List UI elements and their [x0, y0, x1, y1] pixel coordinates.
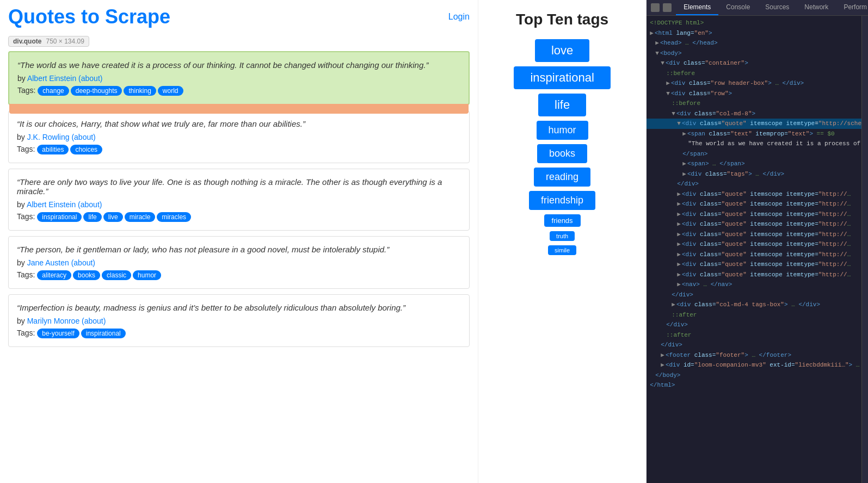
tree-div-close-3: </div> [647, 320, 861, 330]
tag-badge-inspirational[interactable]: inspirational [81, 329, 126, 338]
center-panel: Top Ten tags loveinspirationallifehumorb… [478, 0, 647, 483]
tree-div-quote-7[interactable]: ▶<div class="quote" itemscope itemtype="… [647, 239, 861, 250]
tag-badge-classic[interactable]: classic [102, 270, 131, 280]
quote-about-link-3[interactable]: (about) [71, 258, 95, 267]
quote-tags-line-1: Tags: abilitieschoices [17, 145, 461, 154]
tag-badge-life[interactable]: life [83, 212, 101, 222]
tab-network[interactable]: Network [797, 0, 836, 15]
tree-div-quote-10[interactable]: ▶<div class="quote" itemscope itemtype="… [647, 270, 861, 280]
tag-cloud-item-truth[interactable]: truth [550, 231, 575, 241]
tab-sources[interactable]: Sources [758, 0, 797, 15]
tag-cloud-item-friends[interactable]: friends [544, 214, 581, 227]
tree-body-open[interactable]: ▼<body> [647, 48, 861, 59]
tree-div-quote-3[interactable]: ▶<div class="quote" itemscope itemtype="… [647, 199, 861, 209]
tag-badge-choices[interactable]: choices [70, 145, 102, 154]
tree-div-row-header[interactable]: ▶<div class="row header-box"> … </div> [647, 78, 861, 89]
quote-tags-line-3: Tags: aliteracybooksclassichumor [17, 270, 461, 280]
devtools-icon-inspect[interactable] [651, 3, 660, 12]
tag-badge-miracle[interactable]: miracle [125, 212, 156, 222]
tree-div-loom[interactable]: ▶<div id="loom-companion-mv3" ext-id="li… [647, 360, 861, 370]
tree-div-col-md-4[interactable]: ▶<div class="col-md-4 tags-box"> … </div… [647, 300, 861, 310]
devtools-icons-bar [647, 0, 676, 15]
tag-cloud-item-love[interactable]: love [535, 39, 589, 62]
tag-badge-be-yourself[interactable]: be-yourself [37, 329, 79, 338]
tree-span-text[interactable]: ▶<span class="text" itemprop="text"> == … [647, 129, 861, 139]
devtools-tabs: Elements Console Sources Network Perform [647, 0, 868, 16]
quote-text-0: “The world as we have created it is a pr… [17, 60, 460, 70]
devtools-tree[interactable]: <!DOCTYPE html> ▶<html lang="en"> ▶<head… [647, 16, 861, 483]
tag-cloud-item-humor[interactable]: humor [537, 121, 588, 140]
devtools-panel: Elements Console Sources Network Perform… [647, 0, 868, 483]
tree-head[interactable]: ▶<head> … </head> [647, 38, 861, 48]
quote-card-0: “The world as we have created it is a pr… [8, 51, 470, 105]
quote-about-link-2[interactable]: (about) [78, 200, 102, 209]
tree-after-2: ::after [647, 330, 861, 340]
tree-div-tags[interactable]: ▶<div class="tags"> … </div> [647, 169, 861, 179]
tree-before-1: ::before [647, 69, 861, 79]
tree-div-col-md-8[interactable]: ▼<div class="col-md-8"> [647, 109, 861, 119]
quote-about-link-0[interactable]: (about) [78, 74, 102, 83]
quote-tags-line-2: Tags: inspirationallifelivemiraclemiracl… [17, 212, 461, 222]
tab-perform[interactable]: Perform [836, 0, 868, 15]
tree-div-quote-5[interactable]: ▶<div class="quote" itemscope itemtype="… [647, 219, 861, 230]
tree-div-quote-9[interactable]: ▶<div class="quote" itemscope itemtype="… [647, 259, 861, 270]
badge-element-size: 750 × 134.09 [46, 38, 84, 45]
tag-badge-deep-thoughts[interactable]: deep-thoughts [71, 86, 122, 96]
devtools-icon-device[interactable] [663, 3, 672, 12]
tag-badge-inspirational[interactable]: inspirational [37, 212, 82, 222]
tag-cloud-item-inspirational[interactable]: inspirational [514, 66, 610, 89]
quote-author-line-3: by Jane Austen (about) [17, 258, 461, 267]
tag-badge-humor[interactable]: humor [133, 270, 161, 280]
tree-div-row[interactable]: ▼<div class="row"> [647, 89, 861, 99]
quotes-container: “The world as we have created it is a pr… [0, 49, 478, 352]
badge-element-name: div.quote [13, 38, 41, 45]
tag-badge-world[interactable]: world [158, 86, 183, 96]
quote-card-4: “Imperfection is beauty, madness is geni… [8, 294, 470, 347]
tree-span-close: </span> [647, 149, 861, 159]
tag-badge-change[interactable]: change [38, 86, 69, 96]
tree-div-close: </div> [647, 179, 861, 189]
quote-about-link-1[interactable]: (about) [71, 133, 95, 141]
tree-quote-text-content: "The world as we have created it is a pr… [647, 139, 861, 149]
tab-elements[interactable]: Elements [676, 0, 718, 15]
quote-author-link-1[interactable]: J.K. Rowling [27, 133, 70, 141]
tab-console[interactable]: Console [718, 0, 758, 15]
tree-div-quote-4[interactable]: ▶<div class="quote" itemscope itemtype="… [647, 209, 861, 220]
tag-cloud-item-reading[interactable]: reading [534, 168, 590, 187]
devtools-scrollbar[interactable] [861, 16, 868, 483]
element-badge: div.quote 750 × 134.09 [8, 36, 89, 47]
quote-author-link-3[interactable]: Jane Austen [27, 258, 69, 267]
tag-badge-live[interactable]: live [103, 212, 123, 222]
tag-badge-aliteracy[interactable]: aliteracy [37, 270, 71, 280]
tree-div-quote-2[interactable]: ▶<div class="quote" itemscope itemtype="… [647, 189, 861, 200]
quote-author-link-0[interactable]: Albert Einstein [27, 74, 76, 83]
site-header: Quotes to Scrape Login [0, 0, 478, 34]
tree-footer[interactable]: ▶<footer class="footer"> … </footer> [647, 350, 861, 361]
quote-tags-line-4: Tags: be-yourselfinspirational [17, 329, 461, 338]
quote-about-link-4[interactable]: (about) [82, 317, 106, 325]
tree-before-2: ::before [647, 98, 861, 109]
tree-doctype: <!DOCTYPE html> [647, 18, 861, 28]
tag-cloud-item-friendship[interactable]: friendship [529, 191, 595, 210]
tag-badge-abilities[interactable]: abilities [37, 145, 69, 154]
tag-cloud-item-life[interactable]: life [538, 94, 586, 116]
quote-text-3: “The person, be it gentleman or lady, wh… [17, 245, 461, 254]
quote-author-line-1: by J.K. Rowling (about) [17, 133, 461, 141]
tag-badge-books[interactable]: books [73, 270, 100, 280]
tree-body-close: </body> [647, 370, 861, 381]
tree-nav[interactable]: ▶<nav> … </nav> [647, 280, 861, 290]
tree-html[interactable]: ▶<html lang="en"> [647, 28, 861, 39]
tag-badge-thinking[interactable]: thinking [124, 86, 156, 96]
tag-badge-miracles[interactable]: miracles [157, 212, 191, 222]
devtools-body: <!DOCTYPE html> ▶<html lang="en"> ▶<head… [647, 16, 868, 483]
quote-author-link-4[interactable]: Marilyn Monroe [27, 317, 79, 325]
tag-cloud-item-books[interactable]: books [537, 144, 587, 163]
tag-cloud-item-simile[interactable]: simile [548, 245, 576, 255]
login-link[interactable]: Login [448, 12, 470, 22]
quote-author-link-2[interactable]: Albert Einstein [27, 200, 76, 209]
tree-div-container[interactable]: ▼<div class="container"> [647, 58, 861, 69]
tree-div-quote-selected[interactable]: ▼<div class="quote" itemscope itemtype="… [647, 119, 861, 129]
tree-span-small[interactable]: ▶<span> … </span> [647, 159, 861, 169]
tree-div-quote-6[interactable]: ▶<div class="quote" itemscope itemtype="… [647, 230, 861, 240]
tree-div-quote-8[interactable]: ▶<div class="quote" itemscope itemtype="… [647, 250, 861, 260]
